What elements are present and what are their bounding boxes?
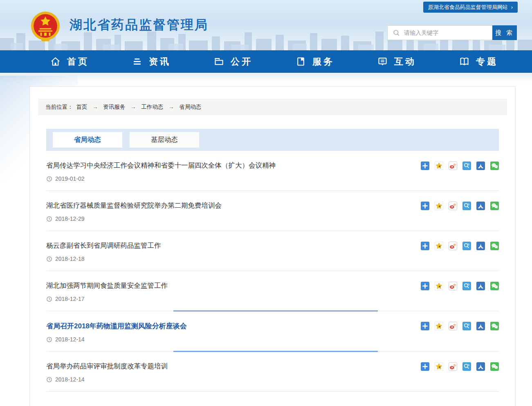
news-date: 2018-12-14 bbox=[46, 336, 499, 343]
news-item: 杨云彦副省长到省局调研药品监管工作 2018-12-18 bbox=[46, 231, 499, 271]
site-title: 湖北省药品监督管理局 bbox=[70, 16, 209, 34]
breadcrumb-home[interactable]: 首页 bbox=[76, 104, 87, 110]
share-row bbox=[415, 242, 499, 250]
header-reflection bbox=[0, 73, 532, 85]
search-button[interactable]: 搜 索 bbox=[492, 25, 517, 40]
wechat-icon[interactable] bbox=[490, 362, 499, 371]
sina-weibo-icon[interactable] bbox=[449, 282, 457, 290]
sina-weibo-icon[interactable] bbox=[449, 362, 457, 371]
renren-icon[interactable] bbox=[476, 322, 485, 330]
sina-weibo-icon[interactable] bbox=[449, 322, 457, 330]
qzone-icon[interactable] bbox=[435, 362, 443, 371]
national-emblem-logo bbox=[29, 10, 61, 43]
qzone-icon[interactable] bbox=[435, 322, 443, 330]
news-lines-icon bbox=[132, 56, 143, 67]
news-date: 2019-01-02 bbox=[46, 175, 499, 182]
news-item: 省局传达学习中央经济工作会议精神和省委十一届四次全体（扩大）会议精神 2019-… bbox=[46, 151, 499, 191]
clock-icon bbox=[46, 296, 52, 302]
old-site-link[interactable]: 原湖北省食品药品监督管理局网站› bbox=[423, 2, 518, 13]
share-more-icon[interactable] bbox=[421, 202, 429, 210]
news-date: 2018-12-18 bbox=[46, 256, 499, 262]
tab-bar: 省局动态 基层动态 bbox=[46, 129, 499, 151]
tencent-weibo-icon[interactable] bbox=[462, 282, 471, 290]
news-item: 湖北加强两节期间食盐质量安全监管工作 2018-12-17 bbox=[46, 271, 499, 311]
open-book-icon bbox=[459, 56, 470, 67]
tencent-weibo-icon[interactable] bbox=[462, 242, 471, 250]
tencent-weibo-icon[interactable] bbox=[462, 202, 471, 210]
home-icon bbox=[50, 56, 61, 67]
news-date: 2018-12-29 bbox=[46, 215, 499, 222]
breadcrumb-arrow-icon: → bbox=[168, 104, 174, 110]
breadcrumb-work-updates[interactable]: 工作动态 bbox=[141, 104, 163, 110]
news-title-link[interactable]: 湖北加强两节期间食盐质量安全监管工作 bbox=[46, 281, 168, 290]
wechat-icon[interactable] bbox=[490, 282, 499, 290]
renren-icon[interactable] bbox=[476, 202, 485, 210]
wechat-icon[interactable] bbox=[490, 322, 499, 330]
tencent-weibo-icon[interactable] bbox=[462, 362, 471, 371]
qzone-icon[interactable] bbox=[435, 202, 443, 210]
news-item: 省局举办药品审评审批制度改革专题培训 2018-12-14 bbox=[46, 352, 499, 392]
breadcrumb: 当前位置： 首页 → 资讯服务 → 工作动态 → 省局动态 bbox=[38, 99, 507, 115]
qzone-icon[interactable] bbox=[435, 162, 443, 170]
qzone-icon[interactable] bbox=[435, 282, 443, 290]
nav-item-services[interactable]: 服务 bbox=[274, 50, 356, 73]
sina-weibo-icon[interactable] bbox=[449, 202, 457, 210]
book-bookmark-icon bbox=[295, 56, 306, 67]
search-input[interactable] bbox=[404, 29, 492, 36]
tab-bureau-updates[interactable]: 省局动态 bbox=[53, 132, 122, 148]
renren-icon[interactable] bbox=[476, 282, 485, 290]
share-row bbox=[415, 202, 499, 210]
share-more-icon[interactable] bbox=[421, 162, 429, 170]
share-more-icon[interactable] bbox=[421, 322, 429, 330]
sina-weibo-icon[interactable] bbox=[449, 162, 457, 170]
share-more-icon[interactable] bbox=[421, 362, 429, 371]
qzone-icon[interactable] bbox=[435, 242, 443, 250]
main-nav: 首页 资讯 公开 服务 互动 专题 bbox=[0, 50, 532, 73]
news-item: 湖北省医疗器械质量监督检验研究院举办第二期免费培训会 2018-12-29 bbox=[46, 191, 499, 231]
renren-icon[interactable] bbox=[476, 362, 485, 371]
search-bar: 搜 索 bbox=[387, 25, 517, 40]
breadcrumb-arrow-icon: → bbox=[92, 104, 98, 110]
share-more-icon[interactable] bbox=[421, 242, 429, 250]
clock-icon bbox=[46, 336, 52, 343]
tab-grassroots-updates[interactable]: 基层动态 bbox=[130, 132, 199, 148]
news-list: 省局传达学习中央经济工作会议精神和省委十一届四次全体（扩大）会议精神 2019-… bbox=[46, 151, 499, 392]
news-title-link[interactable]: 湖北省医疗器械质量监督检验研究院举办第二期免费培训会 bbox=[46, 201, 222, 210]
breadcrumb-arrow-icon: → bbox=[130, 104, 136, 110]
breadcrumb-news-service[interactable]: 资讯服务 bbox=[103, 104, 125, 110]
search-input-wrap bbox=[387, 25, 492, 40]
renren-icon[interactable] bbox=[476, 162, 485, 170]
breadcrumb-label: 当前位置： bbox=[45, 104, 73, 110]
nav-item-topics[interactable]: 专题 bbox=[438, 50, 519, 73]
renren-icon[interactable] bbox=[476, 242, 485, 250]
clock-icon bbox=[46, 216, 52, 222]
content-container: 当前位置： 首页 → 资讯服务 → 工作动态 → 省局动态 省局动态 基层动态 … bbox=[29, 86, 516, 406]
news-title-link[interactable]: 杨云彦副省长到省局调研药品监管工作 bbox=[46, 241, 161, 250]
news-date: 2018-12-14 bbox=[46, 376, 499, 383]
wechat-icon[interactable] bbox=[490, 242, 499, 250]
breadcrumb-bureau-updates[interactable]: 省局动态 bbox=[179, 104, 201, 110]
nav-item-news[interactable]: 资讯 bbox=[110, 50, 192, 73]
clock-icon bbox=[46, 176, 52, 182]
news-title-link[interactable]: 省局召开2018年药物滥用监测风险分析座谈会 bbox=[46, 321, 187, 331]
nav-item-interaction[interactable]: 互动 bbox=[356, 50, 438, 73]
nav-item-home[interactable]: 首页 bbox=[29, 50, 110, 73]
tencent-weibo-icon[interactable] bbox=[462, 162, 471, 170]
clock-icon bbox=[46, 256, 52, 262]
news-title-link[interactable]: 省局举办药品审评审批制度改革专题培训 bbox=[46, 362, 168, 371]
news-item-highlighted: 省局召开2018年药物滥用监测风险分析座谈会 2018-12-14 bbox=[46, 311, 499, 352]
search-icon bbox=[393, 29, 400, 37]
news-date: 2018-12-17 bbox=[46, 296, 499, 302]
clock-icon bbox=[46, 377, 52, 383]
wechat-icon[interactable] bbox=[490, 162, 499, 170]
chevron-right-icon: › bbox=[511, 4, 513, 10]
share-row bbox=[415, 162, 499, 170]
sina-weibo-icon[interactable] bbox=[449, 242, 457, 250]
nav-item-disclosure[interactable]: 公开 bbox=[192, 50, 274, 73]
share-more-icon[interactable] bbox=[421, 282, 429, 290]
folder-icon bbox=[213, 56, 224, 67]
news-title-link[interactable]: 省局传达学习中央经济工作会议精神和省委十一届四次全体（扩大）会议精神 bbox=[46, 161, 276, 170]
site-header: 湖北省药品监督管理局 原湖北省食品药品监督管理局网站› 搜 索 bbox=[0, 0, 532, 50]
wechat-icon[interactable] bbox=[490, 202, 499, 210]
tencent-weibo-icon[interactable] bbox=[462, 322, 471, 330]
